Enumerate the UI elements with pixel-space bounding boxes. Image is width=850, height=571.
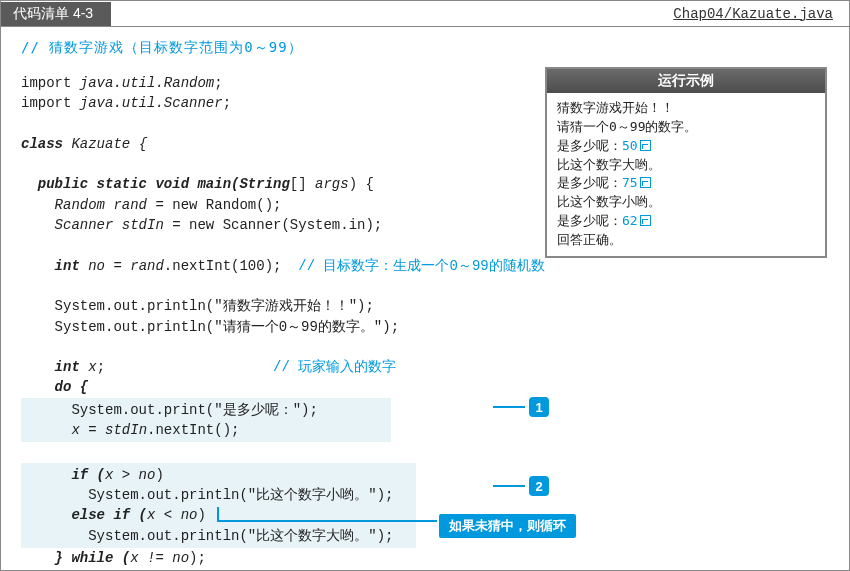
badge-1: 1	[529, 397, 549, 417]
code-line: int x; // 玩家输入的数字	[21, 359, 396, 375]
example-box: 运行示例 猜数字游戏开始！！ 请猜一个0～99的数字。 是多少呢：50 比这个数…	[545, 67, 827, 258]
example-line: 是多少呢：50	[557, 137, 815, 156]
code-line: int no = rand.nextInt(100); // 目标数字：生成一个…	[21, 258, 545, 274]
example-line: 是多少呢：62	[557, 212, 815, 231]
example-line: 是多少呢：75	[557, 174, 815, 193]
header-bar: 代码清单 4-3 Chap04/Kazuate.java	[1, 1, 849, 27]
code-line: public static void main(String[] args) {	[21, 176, 374, 192]
content-area: // 猜数字游戏（目标数字范围为0～99） import java.util.R…	[1, 27, 849, 571]
code-line: import java.util.Random;	[21, 75, 223, 91]
connector-line	[493, 485, 525, 487]
example-line: 猜数字游戏开始！！	[557, 99, 815, 118]
code-line: do {	[21, 379, 88, 395]
example-line: 比这个数字小哟。	[557, 193, 815, 212]
code-line: class Kazuate {	[21, 136, 147, 152]
example-body: 猜数字游戏开始！！ 请猜一个0～99的数字。 是多少呢：50 比这个数字大哟。 …	[547, 93, 825, 256]
code-line: System.out.println("猜数字游戏开始！！");	[21, 298, 374, 314]
page-container: 代码清单 4-3 Chap04/Kazuate.java // 猜数字游戏（目标…	[0, 0, 850, 571]
example-line: 请猜一个0～99的数字。	[557, 118, 815, 137]
code-line: System.out.println("请猜一个0～99的数字。");	[21, 319, 399, 335]
code-line: import java.util.Scanner;	[21, 95, 231, 111]
return-icon	[640, 177, 651, 188]
example-line: 回答正确。	[557, 231, 815, 250]
file-path: Chap04/Kazuate.java	[673, 6, 833, 22]
code-line: } while (x != no);	[21, 550, 206, 566]
return-icon	[640, 140, 651, 151]
return-icon	[640, 215, 651, 226]
note-connector-line	[217, 520, 437, 522]
example-line: 比这个数字大哟。	[557, 156, 815, 175]
code-line: Scanner stdIn = new Scanner(System.in);	[21, 217, 382, 233]
badge-2: 2	[529, 476, 549, 496]
highlight-block-2: if (x > no) System.out.println("比这个数字小哟。…	[21, 463, 416, 548]
top-comment: // 猜数字游戏（目标数字范围为0～99）	[21, 39, 829, 57]
highlight-block-1: System.out.print("是多少呢："); x = stdIn.nex…	[21, 398, 391, 443]
listing-title: 代码清单 4-3	[1, 2, 111, 26]
example-title: 运行示例	[547, 69, 825, 93]
connector-line	[493, 406, 525, 408]
code-line: Random rand = new Random();	[21, 197, 281, 213]
note-callout: 如果未猜中，则循环	[439, 514, 576, 538]
